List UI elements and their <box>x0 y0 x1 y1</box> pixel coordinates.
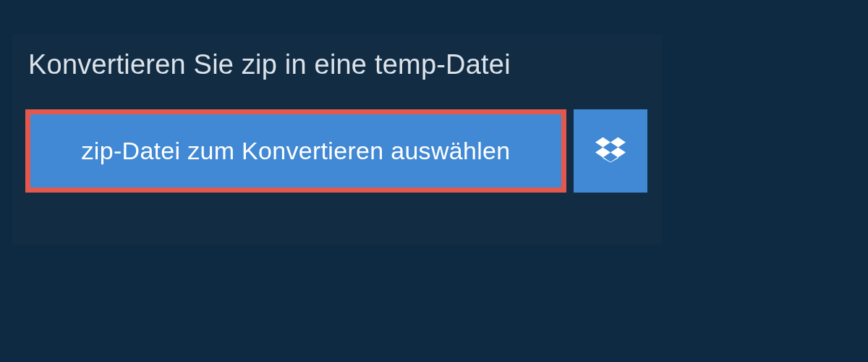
dropbox-icon <box>595 135 626 168</box>
choose-file-label: zip-Datei zum Konvertieren auswählen <box>82 137 511 165</box>
button-row: zip-Datei zum Konvertieren auswählen <box>12 80 662 193</box>
dropbox-button[interactable] <box>574 109 647 193</box>
page-title: Konvertieren Sie zip in eine temp-Datei <box>12 35 662 80</box>
choose-file-button[interactable]: zip-Datei zum Konvertieren auswählen <box>25 109 566 193</box>
converter-panel: Konvertieren Sie zip in eine temp-Datei … <box>12 35 662 245</box>
